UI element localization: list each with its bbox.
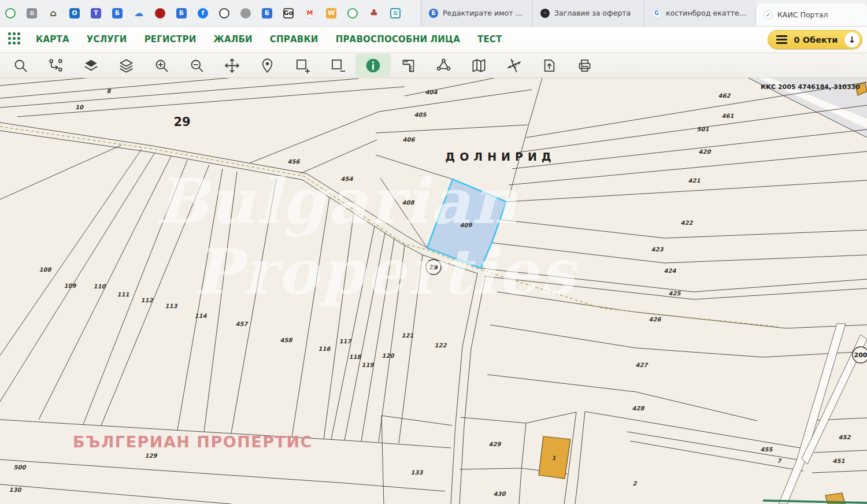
go-home-icon[interactable]: Go [283,8,294,19]
teal-chart-icon[interactable]: ≡ [390,8,401,19]
parcel-label-500: 500 [14,464,27,470]
outlook-icon[interactable]: O [69,8,80,19]
zoom-in-tool[interactable] [144,54,179,77]
nav-item-7[interactable]: ТЕСТ [477,34,502,45]
info-tool[interactable] [355,54,391,77]
nav-item-5[interactable]: СПРАВКИ [270,34,318,45]
parcel-label-408: 408 [402,199,415,206]
browser-tab-3[interactable]: Gкостинброд екатте - G… [644,0,755,26]
parcel-label-430: 430 [494,491,506,497]
parcel-label-429: 429 [489,441,502,447]
parcel-label-113: 113 [165,303,178,309]
parcel-label-8: 8 [107,88,112,94]
road-badge-label-200: 200 [854,351,867,359]
properties-tab-icon: Б [429,9,438,18]
browser-tab-2[interactable]: ◦Заглавие за оферта [532,0,644,26]
parcel-label-108: 108 [39,266,52,273]
download-arrow-icon[interactable]: ↓ [844,32,859,47]
tab-title: Редактирате имот #87… [443,9,525,17]
layers-tool[interactable] [109,54,144,77]
parcel-label-119: 119 [362,362,375,368]
select-add-tool[interactable] [285,54,320,77]
kais-portal-window: ≡⌂OTБ☁БfБGoMW♣≡ БРедактирате имот #87…◦З… [0,0,867,504]
crs-coordinates-label: ККС 2005 4746184, 310330 [761,83,860,91]
offer-tab-icon: ◦ [540,9,550,18]
print-tool[interactable] [567,54,602,77]
zoom-out-tool[interactable] [179,54,214,77]
nav-item-6[interactable]: ПРАВОСПОСОБНИ ЛИЦА [336,34,460,45]
road-number-badges: 29200 [426,260,867,363]
search-tool[interactable] [3,54,38,77]
objects-button[interactable]: 0 Обекти ↓ [768,30,862,49]
tab-title: костинброд екатте - G… [666,9,748,17]
parcel-label-404: 404 [425,89,438,95]
parcel-label-120: 120 [382,353,395,359]
green-swirl-icon[interactable] [5,8,16,19]
measure-tool[interactable] [391,54,426,77]
nav-item-1[interactable]: КАРТА [36,34,69,45]
location-tool[interactable] [250,54,285,77]
onedrive-icon[interactable]: ☁ [133,8,144,19]
big-parcel-29-label: 29 [173,115,190,129]
gmail-icon[interactable]: M [304,8,316,19]
layers-filled-tool[interactable] [73,54,109,77]
coordinates-tool[interactable] [497,54,532,77]
parcel-label-110: 110 [94,283,106,290]
kais-tab-icon: ✓ [764,10,773,20]
map-toolbar [0,53,867,78]
bookmark-icons-row: ≡⌂OTБ☁БfБGoMW♣≡ [5,0,401,26]
parcel-label-111: 111 [117,291,129,298]
parcel-label-10: 10 [75,104,84,110]
record-dot-icon[interactable] [154,8,166,19]
parcel-label-406: 406 [403,136,416,143]
apps-grid-icon[interactable] [8,32,22,46]
map-sheet-tool[interactable] [461,54,497,77]
nav-item-2[interactable]: УСЛУГИ [87,34,127,45]
properties-app-icon-2[interactable]: Б [176,8,187,19]
cadastral-map[interactable]: 29200 8104564544044054064084094624615014… [0,78,867,504]
select-remove-tool[interactable] [320,54,355,77]
pan-tool[interactable] [214,54,250,77]
green-ring-icon[interactable] [347,8,358,19]
wikipedia-icon[interactable]: W [325,8,337,19]
properties-app-icon-3[interactable]: Б [261,8,273,19]
facebook-icon[interactable]: f [197,8,209,19]
parcel-label-109: 109 [64,283,77,289]
parcel-label-129: 129 [145,453,158,459]
home-icon[interactable]: ⌂ [47,8,59,19]
browser-tab-1[interactable]: БРедактирате имот #87… [421,0,532,26]
parcel-label-462: 462 [718,92,731,99]
nav-item-3[interactable]: РЕГИСТРИ [144,34,197,45]
parcel-label-133: 133 [411,469,424,476]
area-name-label: ДОЛНИРИД [445,150,555,163]
apple-icon[interactable] [240,8,251,19]
parcel-label-501: 501 [697,126,709,132]
plant-icon[interactable]: ♣ [368,8,380,19]
parcel-label-112: 112 [141,297,154,303]
parcel-label-114: 114 [195,313,208,319]
green-boundary-line [763,501,867,503]
parcel-label-422: 422 [681,220,694,226]
google-tab-icon: G [652,9,661,18]
route-tool[interactable] [38,54,73,77]
properties-app-icon[interactable]: Б [112,8,123,19]
parcel-label-409: 409 [460,222,473,228]
document-icon[interactable]: ≡ [26,8,38,19]
parcel-label-451: 451 [833,458,845,464]
clock-ring-icon[interactable] [218,8,230,19]
export-tool[interactable] [532,54,567,77]
teams-icon[interactable]: T [90,8,102,19]
parcel-label-117: 117 [339,338,352,344]
road-badge-label-29: 29 [429,264,438,271]
browser-bookmarks-bar: ≡⌂OTБ☁БfБGoMW♣≡ БРедактирате имот #87…◦З… [0,0,867,27]
area-measure-tool[interactable] [426,54,461,77]
tab-title: КАИС Портал [777,10,828,19]
parcel-label-461: 461 [722,113,734,119]
parcel-label-121: 121 [402,332,414,339]
parcel-label-452: 452 [839,434,851,440]
parcel-label-423: 423 [651,246,664,253]
browser-tab-4[interactable]: ✓КАИС Портал [755,3,867,26]
map-viewport[interactable]: 29200 8104564544044054064084094624615014… [0,78,867,504]
nav-item-4[interactable]: ЖАЛБИ [213,34,252,45]
parcel-boundaries [0,78,867,504]
